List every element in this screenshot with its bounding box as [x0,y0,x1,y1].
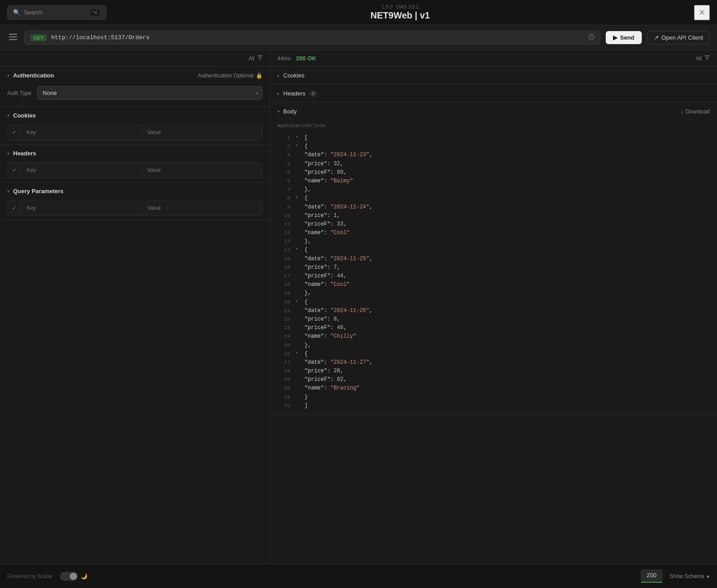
table-row: 32] [270,402,717,410]
authentication-chevron-icon: ▾ [7,73,9,78]
line-number: 22 [277,315,290,324]
query-params-value-input[interactable] [142,200,262,216]
line-number: 24 [277,332,290,341]
fold-toggle[interactable]: ▾ [295,350,303,357]
send-icon: ▶ [613,34,617,41]
table-row: 2▾ { [270,142,717,151]
search-icon: 🔍 [13,9,20,16]
fold-toggle[interactable]: ▾ [295,142,303,149]
table-row: 28 "price": 28, [270,367,717,375]
line-number: 5 [277,168,290,177]
table-row: 30 "name": "Bracing" [270,384,717,393]
history-icon[interactable] [588,34,594,41]
authentication-title: Authentication [13,72,54,79]
headers-chevron-icon: ▾ [7,151,9,156]
table-row: 17 "priceF": 44, [270,272,717,280]
table-row: 3 "date": "2024-11-23", [270,151,717,159]
left-filter-button[interactable]: All [249,55,263,62]
svg-rect-1 [9,36,17,37]
send-button[interactable]: ▶ Send [606,31,642,44]
open-api-button[interactable]: ↗ Open API Client [647,31,710,45]
line-number: 6 [277,177,290,185]
headers-section-header[interactable]: ▾ Headers [0,145,270,162]
code-line-content: { [304,194,710,203]
theme-toggle[interactable]: 🌙 [60,572,87,581]
line-number: 14 [277,246,290,254]
status-200-underline [641,582,663,583]
authentication-title-row: ▾ Authentication [7,72,54,79]
code-line-content: "name": "Chilly" [304,332,710,341]
download-button[interactable]: ↓ Download [681,109,710,115]
query-params-key-input[interactable] [21,200,142,216]
auth-type-select[interactable]: None Basic Bearer API Key [37,86,263,100]
sidebar-toggle-button[interactable] [7,32,19,44]
table-row: 21 "date": "2024-11-26", [270,307,717,315]
send-label: Send [620,34,635,41]
search-shortcut: ^K [90,9,101,17]
table-row: 12 "name": "Cool" [270,229,717,237]
table-row: 14▾ { [270,246,717,254]
search-button[interactable]: 🔍 Search ^K [7,5,106,20]
table-row: 10 "price": 1, [270,212,717,220]
code-line-content: "date": "2024-11-25", [304,255,710,263]
content-type-label: application/json [270,120,717,130]
code-line-content: "date": "2024-11-23", [304,151,710,159]
fold-toggle[interactable]: ▾ [295,246,303,253]
line-number: 2 [277,142,290,151]
cookies-chevron-icon: ▾ [7,113,9,118]
headers-value-input[interactable] [142,163,262,178]
code-line-content: { [304,298,710,307]
close-button[interactable]: ✕ [694,5,710,20]
line-number: 4 [277,160,290,168]
authentication-section-header[interactable]: ▾ Authentication Authentication Optional… [0,67,270,84]
line-number: 9 [277,203,290,212]
cookies-section-header[interactable]: ▾ Cookies [0,107,270,124]
cookies-value-input[interactable] [142,125,262,140]
code-line-content: "name": "Balmy" [304,177,710,185]
table-row: 25 }, [270,341,717,350]
right-filter-icon [704,55,710,62]
filter-icon [257,55,263,62]
headers-key-input[interactable] [21,163,142,178]
headers-checkbox[interactable]: ✓ [8,163,21,178]
cookies-key-input[interactable] [21,125,142,140]
line-number: 28 [277,367,290,375]
toggle-track[interactable] [60,572,78,581]
authentication-section: ▾ Authentication Authentication Optional… [0,67,270,107]
version-label: 1.0.0 [381,4,392,9]
main-content: All ▾ Authentication Authentication Opti… [0,50,717,564]
headers-title: Headers [13,150,36,157]
code-line-content: }, [304,237,710,246]
line-number: 16 [277,263,290,272]
fold-toggle[interactable]: ▾ [295,194,303,201]
bottom-right: 200 Show Schema ▸ [641,570,710,583]
code-line-content: "priceF": 46, [304,324,710,332]
response-body-header[interactable]: ▾ Body ↓ Download [270,103,717,120]
table-row: 16 "price": 7, [270,263,717,272]
code-line-content: "priceF": 44, [304,272,710,280]
show-schema-button[interactable]: Show Schema ▸ [670,573,710,579]
line-number: 23 [277,324,290,332]
line-number: 15 [277,255,290,263]
table-row: 7 }, [270,185,717,194]
query-params-checkbox[interactable]: ✓ [8,201,21,216]
svg-rect-0 [9,34,17,35]
code-line-content: "name": "Bracing" [304,384,710,393]
table-row: 15 "date": "2024-11-25", [270,255,717,263]
line-number: 20 [277,298,290,307]
fold-toggle[interactable]: ▾ [295,298,303,305]
cookies-checkbox[interactable]: ✓ [8,125,21,140]
table-row: 8▾ { [270,194,717,203]
fold-toggle[interactable]: ▾ [295,134,303,141]
response-cookies-header[interactable]: ▸ Cookies [270,67,717,84]
code-line-content: "price": 7, [304,263,710,272]
code-line-content: }, [304,341,710,350]
query-parameters-section-header[interactable]: ▾ Query Parameters [0,182,270,200]
response-body-section: ▾ Body ↓ Download application/json 1▾[2▾… [270,103,717,414]
line-number: 3 [277,151,290,159]
left-panel: All ▾ Authentication Authentication Opti… [0,50,270,564]
line-number: 25 [277,341,290,350]
response-body-chevron-icon: ▾ [277,109,280,114]
response-headers-count: 4 [309,90,317,97]
response-headers-header[interactable]: ▸ Headers 4 [270,85,717,102]
